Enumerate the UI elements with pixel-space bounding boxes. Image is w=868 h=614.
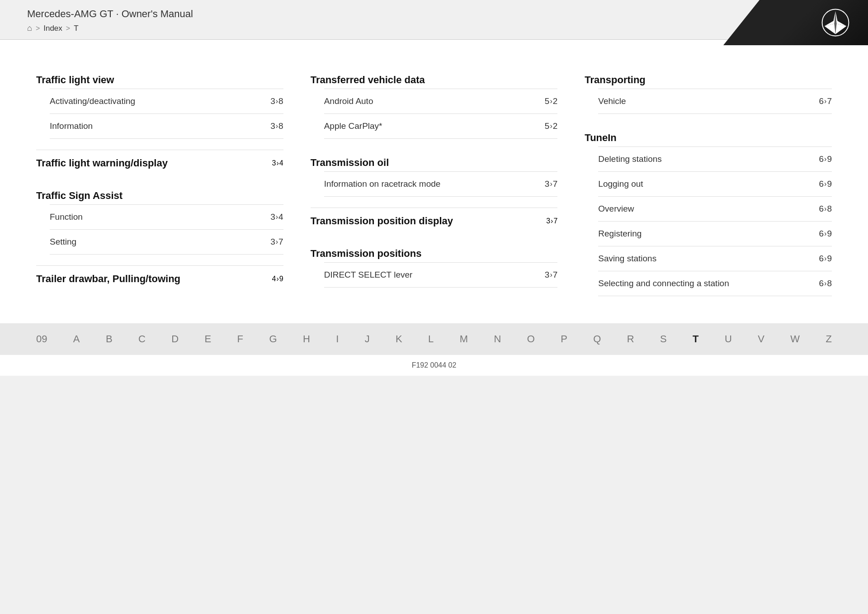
section-heading-transporting: Transporting bbox=[585, 67, 832, 89]
alpha-K[interactable]: K bbox=[396, 333, 402, 345]
page-number: 3›7 bbox=[270, 237, 283, 247]
alpha-E[interactable]: E bbox=[205, 333, 212, 345]
page-number: 6›9 bbox=[819, 229, 832, 239]
list-item[interactable]: Deleting stations 6›9 bbox=[598, 146, 832, 171]
list-item[interactable]: Saving stations 6›9 bbox=[598, 246, 832, 271]
page-number: 3›7 bbox=[546, 217, 557, 225]
page-number: 6›8 bbox=[819, 279, 832, 288]
section-heading-row[interactable]: Traffic light warning/display 3›4 bbox=[36, 150, 283, 172]
page-number: 3›8 bbox=[270, 96, 283, 106]
alpha-P[interactable]: P bbox=[561, 333, 567, 345]
home-icon[interactable]: ⌂ bbox=[27, 24, 32, 33]
page-number: 6›9 bbox=[819, 179, 832, 189]
alpha-T[interactable]: T bbox=[693, 333, 698, 345]
index-columns: Traffic light view Activating/deactivati… bbox=[36, 67, 832, 305]
alpha-A[interactable]: A bbox=[73, 333, 80, 345]
transmission-positions-items: DIRECT SELECT lever 3›7 bbox=[311, 262, 558, 288]
page-number: 6›7 bbox=[819, 96, 832, 106]
logo-area bbox=[723, 0, 868, 45]
alpha-V[interactable]: V bbox=[758, 333, 764, 345]
alpha-N[interactable]: N bbox=[494, 333, 501, 345]
item-label: Information on racetrack mode bbox=[324, 179, 545, 189]
item-label: Android Auto bbox=[324, 96, 545, 106]
main-content: Traffic light view Activating/deactivati… bbox=[0, 40, 868, 323]
item-label: Saving stations bbox=[598, 254, 819, 264]
page-number: 6›8 bbox=[819, 204, 832, 214]
alpha-S[interactable]: S bbox=[660, 333, 667, 345]
page-number: 3›4 bbox=[270, 212, 283, 222]
alpha-09[interactable]: 09 bbox=[36, 333, 47, 345]
item-label: Apple CarPlay* bbox=[324, 121, 545, 131]
list-item[interactable]: Android Auto 5›2 bbox=[324, 89, 558, 113]
alpha-C[interactable]: C bbox=[138, 333, 146, 345]
alpha-J[interactable]: J bbox=[365, 333, 370, 345]
breadcrumb-index[interactable]: Index bbox=[43, 24, 62, 33]
alphabet-nav: 09 A B C D E F G H I J K L M N O P Q R S… bbox=[0, 323, 868, 355]
breadcrumb-sep-2: > bbox=[66, 24, 70, 33]
alpha-U[interactable]: U bbox=[725, 333, 732, 345]
item-label: Overview bbox=[598, 204, 819, 214]
alpha-G[interactable]: G bbox=[269, 333, 277, 345]
header-left: Mercedes-AMG GT · Owner's Manual ⌂ > Ind… bbox=[27, 8, 193, 33]
list-item[interactable]: Overview 6›8 bbox=[598, 196, 832, 221]
list-item[interactable]: Apple CarPlay* 5›2 bbox=[324, 113, 558, 139]
item-label: DIRECT SELECT lever bbox=[324, 270, 545, 280]
header: Mercedes-AMG GT · Owner's Manual ⌂ > Ind… bbox=[0, 0, 868, 40]
section-heading-trailer-drawbar: Trailer drawbar, Pulling/towing bbox=[36, 273, 180, 285]
alpha-H[interactable]: H bbox=[303, 333, 310, 345]
list-item[interactable]: Information 3›8 bbox=[50, 113, 283, 139]
section-traffic-sign-assist: Traffic Sign Assist Function 3›4 Setting… bbox=[36, 183, 283, 255]
page-number: 3›4 bbox=[272, 159, 283, 167]
transmission-oil-items: Information on racetrack mode 3›7 bbox=[311, 171, 558, 197]
item-label: Information bbox=[50, 121, 270, 131]
list-item[interactable]: Selecting and connecting a station 6›8 bbox=[598, 271, 832, 296]
list-item[interactable]: Information on racetrack mode 3›7 bbox=[324, 171, 558, 197]
list-item[interactable]: Logging out 6›9 bbox=[598, 171, 832, 196]
alpha-F[interactable]: F bbox=[237, 333, 243, 345]
alpha-B[interactable]: B bbox=[106, 333, 113, 345]
alpha-Q[interactable]: Q bbox=[593, 333, 601, 345]
section-heading-tunein: TuneIn bbox=[585, 125, 832, 146]
section-heading-traffic-light-view: Traffic light view bbox=[36, 67, 283, 89]
alpha-D[interactable]: D bbox=[171, 333, 179, 345]
traffic-sign-assist-items: Function 3›4 Setting 3›7 bbox=[36, 204, 283, 255]
document-title: Mercedes-AMG GT · Owner's Manual bbox=[27, 8, 193, 20]
page-number: 6›9 bbox=[819, 154, 832, 164]
section-heading-row[interactable]: Transmission position display 3›7 bbox=[311, 208, 558, 230]
section-trailer-drawbar: Trailer drawbar, Pulling/towing 4›9 bbox=[36, 265, 283, 288]
item-label: Vehicle bbox=[598, 96, 819, 106]
breadcrumb-sep-1: > bbox=[36, 24, 40, 33]
list-item[interactable]: DIRECT SELECT lever 3›7 bbox=[324, 262, 558, 288]
section-transmission-oil: Transmission oil Information on racetrac… bbox=[311, 150, 558, 197]
section-tunein: TuneIn Deleting stations 6›9 Logging out… bbox=[585, 125, 832, 296]
section-heading-row[interactable]: Trailer drawbar, Pulling/towing 4›9 bbox=[36, 265, 283, 288]
alpha-W[interactable]: W bbox=[790, 333, 800, 345]
traffic-light-view-items: Activating/deactivating 3›8 Information … bbox=[36, 89, 283, 139]
list-item[interactable]: Activating/deactivating 3›8 bbox=[50, 89, 283, 113]
section-transporting: Transporting Vehicle 6›7 bbox=[585, 67, 832, 114]
list-item[interactable]: Registering 6›9 bbox=[598, 221, 832, 246]
alpha-R[interactable]: R bbox=[627, 333, 634, 345]
item-label: Selecting and connecting a station bbox=[598, 279, 819, 288]
list-item[interactable]: Function 3›4 bbox=[50, 204, 283, 229]
section-traffic-light-view: Traffic light view Activating/deactivati… bbox=[36, 67, 283, 139]
column-2: Transferred vehicle data Android Auto 5›… bbox=[311, 67, 558, 305]
list-item[interactable]: Vehicle 6›7 bbox=[598, 89, 832, 114]
page-number: 6›9 bbox=[819, 254, 832, 264]
transferred-vehicle-data-items: Android Auto 5›2 Apple CarPlay* 5›2 bbox=[311, 89, 558, 139]
page-number: 3›8 bbox=[270, 121, 283, 131]
list-item[interactable]: Setting 3›7 bbox=[50, 229, 283, 255]
tunein-items: Deleting stations 6›9 Logging out 6›9 Ov… bbox=[585, 146, 832, 296]
alpha-L[interactable]: L bbox=[428, 333, 434, 345]
alpha-I[interactable]: I bbox=[336, 333, 339, 345]
item-label: Logging out bbox=[598, 179, 819, 189]
item-label: Activating/deactivating bbox=[50, 96, 270, 106]
alpha-M[interactable]: M bbox=[460, 333, 468, 345]
alpha-O[interactable]: O bbox=[527, 333, 535, 345]
alpha-Z[interactable]: Z bbox=[826, 333, 831, 345]
section-traffic-light-warning: Traffic light warning/display 3›4 bbox=[36, 150, 283, 172]
item-label: Setting bbox=[50, 237, 270, 247]
page-number: 3›7 bbox=[545, 270, 557, 280]
section-heading-traffic-light-warning: Traffic light warning/display bbox=[36, 157, 168, 169]
page-number: 4›9 bbox=[272, 275, 283, 283]
